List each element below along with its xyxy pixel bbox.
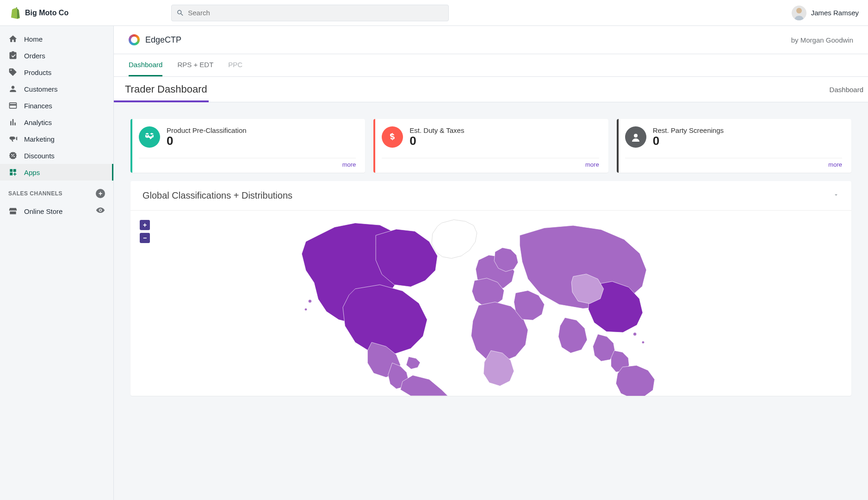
map-body[interactable]: + − (130, 211, 851, 396)
apps-icon (8, 168, 18, 177)
shopify-logo-icon (9, 7, 20, 19)
card-more-link[interactable]: more (625, 158, 842, 168)
card-product-preclass[interactable]: Product Pre-Classification 0 more (130, 119, 365, 173)
brand[interactable]: Big Moto Co (9, 7, 171, 19)
sidebar-section-label: SALES CHANNELS (8, 190, 62, 197)
main-content: EdgeCTP by Morgan Goodwin Dashboard RPS … (114, 26, 868, 500)
search-container (171, 5, 449, 21)
sidebar-item-label: Finances (24, 102, 52, 110)
map-header: Global Classifications + Distributions (130, 181, 851, 211)
megaphone-icon (8, 134, 18, 144)
eye-icon (96, 206, 105, 215)
orders-icon (8, 51, 18, 60)
add-channel-button[interactable]: + (96, 189, 105, 198)
sidebar-item-label: Apps (24, 169, 40, 176)
sidebar-item-customers[interactable]: Customers (0, 81, 113, 97)
analytics-icon (8, 118, 18, 127)
card-value: 0 (167, 134, 247, 148)
page-title: Trader Dashboard (125, 83, 207, 95)
home-icon (8, 34, 18, 44)
sidebar-item-label: Orders (24, 52, 45, 60)
card-title: Rest. Party Screenings (653, 126, 724, 134)
app-header: EdgeCTP by Morgan Goodwin (114, 26, 868, 54)
sidebar-item-apps[interactable]: Apps (0, 164, 113, 181)
view-store-button[interactable] (96, 206, 105, 217)
sidebar-item-analytics[interactable]: Analytics (0, 114, 113, 131)
card-title: Est. Duty & Taxes (409, 126, 464, 134)
brand-name: Big Moto Co (25, 9, 68, 17)
world-map[interactable] (130, 211, 851, 396)
sidebar-item-label: Discounts (24, 152, 55, 160)
sidebar-item-discounts[interactable]: Discounts (0, 147, 113, 164)
store-icon (8, 206, 18, 216)
search-box[interactable] (171, 5, 449, 21)
card-more-link[interactable]: more (139, 158, 356, 168)
finances-icon (8, 101, 18, 110)
tab-dashboard[interactable]: Dashboard (129, 54, 162, 76)
svg-point-3 (308, 300, 311, 303)
card-duty-taxes[interactable]: $ Est. Duty & Taxes 0 more (373, 119, 608, 173)
boxes-icon (139, 126, 160, 148)
sidebar-item-label: Products (24, 69, 51, 76)
sidebar-section-sales-channels: SALES CHANNELS + (0, 181, 113, 202)
top-header: Big Moto Co James Ramsey (0, 0, 868, 26)
zoom-out-button[interactable]: − (140, 233, 150, 243)
map-title: Global Classifications + Distributions (143, 190, 292, 201)
collapse-button[interactable] (833, 192, 839, 200)
card-title: Product Pre-Classification (167, 126, 247, 134)
sidebar-item-home[interactable]: Home (0, 31, 113, 47)
sidebar: Home Orders Products Customers Finances … (0, 26, 114, 500)
stat-cards: Product Pre-Classification 0 more $ Est.… (114, 102, 868, 181)
breadcrumb: Dashboard (830, 86, 863, 94)
tab-rps-edt[interactable]: RPS + EDT (177, 54, 213, 76)
person-circle-icon (625, 126, 646, 148)
svg-point-6 (642, 341, 644, 344)
card-value: 0 (409, 134, 464, 148)
sidebar-item-marketing[interactable]: Marketing (0, 131, 113, 147)
search-icon (176, 9, 184, 17)
sidebar-item-label: Online Store (24, 207, 62, 215)
person-icon (8, 84, 18, 94)
card-party-screenings[interactable]: Rest. Party Screenings 0 more (617, 119, 851, 173)
sidebar-item-orders[interactable]: Orders (0, 47, 113, 64)
user-name: James Ramsey (811, 9, 859, 17)
sidebar-item-finances[interactable]: Finances (0, 97, 113, 114)
sidebar-item-online-store[interactable]: Online Store (0, 202, 113, 220)
map-panel: Global Classifications + Distributions +… (130, 181, 851, 396)
svg-text:$: $ (391, 133, 395, 141)
zoom-in-button[interactable]: + (140, 220, 150, 230)
sidebar-item-products[interactable]: Products (0, 64, 113, 81)
svg-point-2 (634, 134, 638, 138)
svg-point-4 (304, 308, 307, 311)
app-tabs: Dashboard RPS + EDT PPC (114, 54, 868, 77)
map-zoom-controls: + − (140, 220, 150, 243)
card-more-link[interactable]: more (382, 158, 599, 168)
search-input[interactable] (188, 9, 444, 17)
dollar-icon: $ (382, 126, 403, 148)
user-menu[interactable]: James Ramsey (792, 6, 859, 20)
svg-point-5 (633, 332, 637, 336)
chevron-down-icon (833, 192, 839, 198)
tab-ppc[interactable]: PPC (228, 54, 242, 76)
card-value: 0 (653, 134, 724, 148)
svg-point-0 (796, 8, 802, 13)
discount-icon (8, 151, 18, 160)
avatar (792, 6, 806, 20)
subheader: Trader Dashboard Dashboard (114, 77, 868, 102)
app-name: EdgeCTP (145, 35, 181, 45)
sidebar-item-label: Marketing (24, 135, 55, 143)
app-author: by Morgan Goodwin (791, 36, 853, 44)
sidebar-item-label: Home (24, 35, 43, 43)
sidebar-item-label: Customers (24, 85, 58, 93)
app-logo-icon (129, 34, 140, 45)
tag-icon (8, 68, 18, 77)
sidebar-item-label: Analytics (24, 119, 52, 126)
